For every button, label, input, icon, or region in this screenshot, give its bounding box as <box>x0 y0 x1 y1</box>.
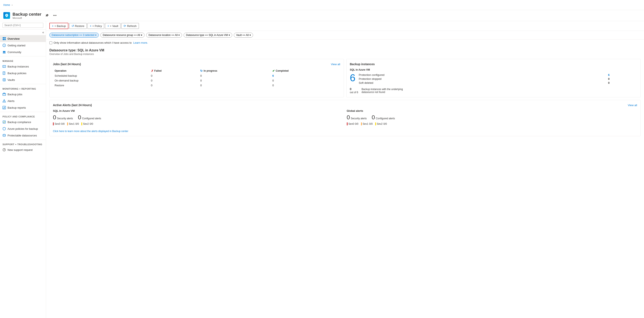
bi-protection-stopped-row: Protection stopped 0 <box>359 77 637 81</box>
sidebar-item-backup-instances[interactable]: Backup instances <box>0 63 46 70</box>
cards-grid: Jobs (last 24 Hours) View all Operation … <box>46 56 644 139</box>
sidebar-item-vaults[interactable]: Vaults <box>0 76 46 83</box>
sidebar-item-alerts[interactable]: Alerts <box>0 98 46 104</box>
policy-plus-icon: + <box>90 24 92 27</box>
sidebar-item-new-support-request[interactable]: ? New support request <box>0 146 46 153</box>
pin-button[interactable] <box>45 13 50 18</box>
svg-point-0 <box>6 15 7 16</box>
filter-location[interactable]: Datasource location == All ▾ <box>146 32 182 38</box>
breadcrumb-home[interactable]: Home <box>3 3 10 6</box>
sidebar-label-community: Community <box>8 50 21 54</box>
svg-rect-4 <box>4 39 6 40</box>
sidebar-item-backup-policies[interactable]: Backup policies <box>0 70 46 76</box>
plus-icon: + <box>52 24 54 27</box>
col-in-progress: ↻ In progress <box>198 68 270 73</box>
global-sev2-label: Sev2 <box>377 122 382 125</box>
sidebar-section-support: Support + troubleshooting <box>0 141 46 146</box>
search-input[interactable] <box>2 23 43 28</box>
section-subtitle: Overview of Jobs and Backup instances <box>49 53 641 55</box>
global-configured-alerts: 0 Configured alerts <box>372 114 395 121</box>
bi-details: Protection configured 6 Protection stopp… <box>359 73 637 85</box>
community-icon <box>2 50 6 54</box>
row-in-progress: 0 <box>198 83 270 88</box>
filter-chevron-down-icon: ▾ <box>95 34 96 36</box>
failed-header: ✗ Failed <box>151 69 197 72</box>
backup-policies-icon <box>2 71 6 75</box>
global-security-alerts: 0 Security alerts <box>347 114 367 121</box>
alerts-sql-counts: 0 Security alerts 0 Configured alerts <box>53 114 344 121</box>
global-sev1: Sev1 0/0 <box>361 122 373 125</box>
alerts-view-all-link[interactable]: View all <box>628 104 637 107</box>
alerts-global-counts: 0 Security alerts 0 Configured alerts <box>347 114 637 121</box>
jobs-view-all-link[interactable]: View all <box>331 63 340 66</box>
sql-sev1-value: 0/0 <box>75 122 79 125</box>
bi-card-header: Backup instances <box>350 62 637 66</box>
svg-point-17 <box>3 134 6 135</box>
filters-row: Datasource subscription == 3 selected ▾ … <box>46 31 644 39</box>
app-title: Backup center <box>12 12 42 17</box>
backup-reports-icon <box>2 106 6 109</box>
row-operation: Scheduled backup <box>53 73 149 78</box>
filter-subscription[interactable]: Datasource subscription == 3 selected ▾ <box>49 32 99 38</box>
bi-footer: 0 out of 6 Backup instances with the und… <box>350 87 637 94</box>
refresh-button[interactable]: ⟳ Refresh <box>121 23 139 29</box>
sidebar-collapse-button[interactable]: « <box>0 30 46 35</box>
filter-vault[interactable]: Vault == All ▾ <box>234 32 253 38</box>
alerts-global-section: Global alerts 0 Security alerts 0 Config… <box>347 109 637 125</box>
row-in-progress: 0 <box>198 78 270 83</box>
alerts-footer-link[interactable]: Click here to learn more about the alert… <box>53 130 128 133</box>
sidebar-item-backup-jobs[interactable]: Backup jobs <box>0 91 46 98</box>
restore-button[interactable]: ↺ Restore <box>69 23 87 29</box>
vault-button[interactable]: + + Vault <box>105 23 120 29</box>
app-subtitle: Microsoft <box>12 17 42 19</box>
access-checkbox[interactable] <box>49 41 52 44</box>
sql-configured-count: 0 <box>78 114 81 121</box>
filter-datasource-type[interactable]: Datasource type == SQL in Azure VM ▾ <box>184 32 232 38</box>
row-operation: Restore <box>53 83 149 88</box>
access-checkbox-row: Only show information about datasources … <box>46 39 644 46</box>
svg-rect-9 <box>3 65 6 67</box>
main-layout: « Overview i Getting started Community M… <box>0 21 644 318</box>
row-operation: On-demand backup <box>53 78 149 83</box>
backup-instances-icon <box>2 65 6 68</box>
sidebar-item-backup-compliance[interactable]: Backup compliance <box>0 119 46 125</box>
col-completed: ✔ Completed <box>271 68 340 73</box>
svg-point-8 <box>4 51 6 52</box>
vault-label: + Vault <box>110 24 118 27</box>
global-sev0-bar <box>347 122 348 125</box>
more-button[interactable]: ••• <box>52 13 58 18</box>
restore-label: Restore <box>75 24 84 27</box>
svg-point-7 <box>3 51 4 52</box>
row-failed: 0 <box>149 83 199 88</box>
bi-total-number[interactable]: 6 <box>350 73 356 85</box>
sidebar-item-getting-started[interactable]: i Getting started <box>0 42 46 49</box>
row-completed: 6 <box>271 73 340 78</box>
bi-protection-configured-value[interactable]: 6 <box>606 73 637 77</box>
sidebar-item-community[interactable]: Community <box>0 49 46 55</box>
filter-resource-group[interactable]: Datasource resource group == All ▾ <box>100 32 144 38</box>
backup-compliance-icon <box>2 120 6 124</box>
backup-button[interactable]: + + Backup <box>49 23 68 29</box>
learn-more-link[interactable]: Learn more. <box>133 41 148 44</box>
policy-button[interactable]: + + Policy <box>88 23 104 29</box>
sidebar-item-protectable-datasources[interactable]: Protectable datasources <box>0 132 46 139</box>
svg-point-12 <box>4 79 5 80</box>
svg-rect-1 <box>3 37 4 38</box>
jobs-card-header: Jobs (last 24 Hours) View all <box>53 62 340 66</box>
completed-link[interactable]: 6 <box>272 74 274 77</box>
access-checkbox-label: Only show information about datasources … <box>54 41 148 44</box>
app-title-group: Backup center Microsoft <box>12 12 42 19</box>
sidebar-item-backup-reports[interactable]: Backup reports <box>0 104 46 111</box>
sql-sev1-label: Sev1 <box>69 122 74 125</box>
alerts-global-title: Global alerts <box>347 109 637 112</box>
sidebar-item-overview[interactable]: Overview <box>0 35 46 42</box>
sidebar-item-azure-policies[interactable]: Azure policies for backup <box>0 125 46 132</box>
getting-started-icon: i <box>2 44 6 47</box>
sidebar-label-new-support-request: New support request <box>8 148 33 151</box>
overview-icon <box>2 37 6 40</box>
refresh-icon: ⟳ <box>124 24 126 27</box>
sidebar-label-backup-instances: Backup instances <box>8 65 29 68</box>
bi-soft-deleted-value: 0 <box>606 81 637 85</box>
global-configured-count: 0 <box>372 114 375 121</box>
jobs-card: Jobs (last 24 Hours) View all Operation … <box>49 59 344 97</box>
